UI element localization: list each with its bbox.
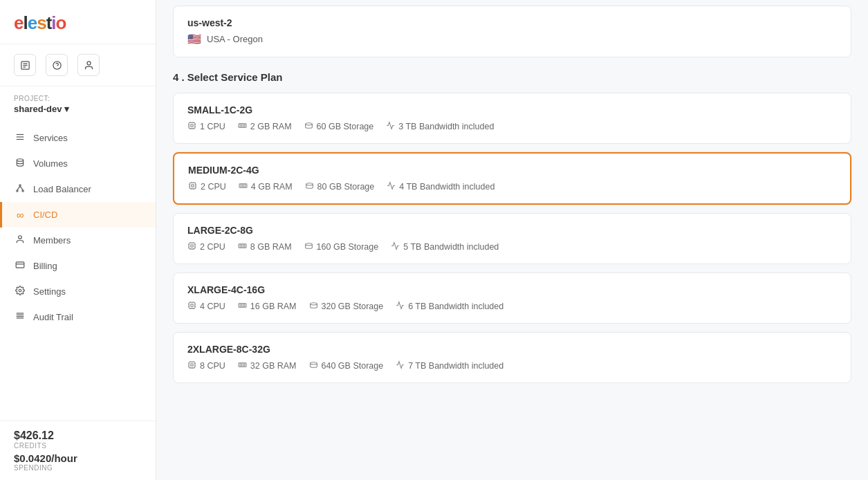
cpu-icon-m bbox=[188, 181, 197, 192]
ram-spec-large: 8 GB RAM bbox=[238, 241, 292, 252]
ram-icon-2xl bbox=[238, 360, 247, 371]
storage-icon-xl bbox=[309, 301, 318, 312]
storage-icon bbox=[304, 121, 313, 132]
plan-name-small: SMALL-1C-2G bbox=[187, 104, 837, 116]
svg-point-10 bbox=[17, 159, 23, 162]
profile-icon-button[interactable] bbox=[77, 54, 100, 76]
svg-rect-57 bbox=[191, 245, 193, 247]
svg-rect-24 bbox=[189, 122, 195, 129]
plan-card-medium[interactable]: MEDIUM-2C-4G 2 CPU bbox=[173, 152, 851, 205]
plan-name-xlarge: XLARGE-4C-16G bbox=[187, 284, 837, 295]
svg-rect-88 bbox=[189, 362, 195, 368]
members-icon bbox=[14, 234, 26, 246]
plan-card-2xlarge[interactable]: 2XLARGE-8C-32G 8 CPU bbox=[173, 332, 851, 383]
bandwidth-icon-l bbox=[391, 241, 400, 252]
ram-spec-2xlarge: 32 GB RAM bbox=[238, 360, 297, 371]
cpu-spec-large: 2 CPU bbox=[187, 241, 225, 252]
credits-amount: $426.12 bbox=[14, 430, 142, 442]
members-label: Members bbox=[33, 235, 71, 246]
bandwidth-spec-large: 5 TB Bandwidth included bbox=[391, 241, 499, 252]
plan-name-2xlarge: 2XLARGE-8C-32G bbox=[187, 344, 837, 355]
storage-spec-xlarge: 320 GB Storage bbox=[309, 301, 384, 312]
svg-point-11 bbox=[19, 185, 21, 186]
svg-line-15 bbox=[20, 186, 23, 190]
project-name-selector[interactable]: shared-dev ▾ bbox=[14, 104, 142, 114]
sidebar-item-audit-trail[interactable]: Audit Trail bbox=[0, 304, 156, 330]
bandwidth-spec-medium: 4 TB Bandwidth included bbox=[387, 181, 495, 192]
load-balancer-icon bbox=[14, 183, 26, 195]
ram-icon bbox=[238, 121, 247, 132]
svg-rect-72 bbox=[189, 302, 195, 308]
settings-icon bbox=[14, 286, 26, 297]
bandwidth-spec-small: 3 TB Bandwidth included bbox=[386, 121, 494, 132]
svg-point-39 bbox=[305, 123, 312, 125]
cpu-icon-xl bbox=[187, 301, 196, 312]
plan-specs-large: 2 CPU 8 GB RAM bbox=[187, 241, 837, 252]
region-location: 🇺🇸 USA - Oregon bbox=[187, 33, 837, 46]
section-title: 4 . Select Service Plan bbox=[173, 71, 851, 83]
project-label: PROJECT: bbox=[14, 95, 142, 102]
svg-point-87 bbox=[310, 303, 317, 305]
bandwidth-icon-xl bbox=[396, 301, 405, 312]
cpu-spec-small: 1 CPU bbox=[187, 121, 225, 132]
audit-trail-label: Audit Trail bbox=[33, 312, 73, 322]
chevron-down-icon: ▾ bbox=[64, 104, 69, 114]
sidebar-item-load-balancer[interactable]: Load Balancer bbox=[0, 176, 156, 202]
nav-menu: Services Volumes Load Balancer ∞ CI/CD bbox=[0, 120, 156, 421]
plan-card-small[interactable]: SMALL-1C-2G 1 CPU bbox=[173, 93, 851, 144]
region-location-text: USA - Oregon bbox=[207, 34, 263, 44]
sidebar-item-settings[interactable]: Settings bbox=[0, 279, 156, 304]
sidebar-footer: $426.12 CREDITS $0.0420/hour SPENDING bbox=[0, 421, 156, 480]
storage-icon-2xl bbox=[309, 360, 318, 371]
help-icon-button[interactable] bbox=[46, 54, 68, 76]
spending-amount: $0.0420/hour bbox=[14, 452, 142, 464]
sidebar-item-cicd[interactable]: ∞ CI/CD bbox=[0, 202, 156, 228]
ram-spec-medium: 4 GB RAM bbox=[239, 181, 293, 192]
bandwidth-icon bbox=[386, 121, 395, 132]
svg-rect-40 bbox=[190, 183, 196, 189]
services-label: Services bbox=[33, 133, 68, 143]
svg-point-55 bbox=[306, 183, 313, 185]
storage-icon-l bbox=[304, 241, 313, 252]
plan-card-xlarge[interactable]: XLARGE-4C-16G 4 CPU bbox=[173, 273, 851, 324]
cicd-label: CI/CD bbox=[33, 210, 57, 220]
plan-specs-2xlarge: 8 CPU 32 GB RAM bbox=[187, 360, 837, 371]
storage-icon-m bbox=[305, 181, 314, 192]
svg-rect-56 bbox=[189, 243, 195, 249]
bandwidth-spec-xlarge: 6 TB Bandwidth included bbox=[396, 301, 504, 312]
svg-point-13 bbox=[22, 190, 24, 192]
plan-card-large[interactable]: LARGE-2C-8G 2 CPU bbox=[173, 213, 851, 264]
sidebar-item-volumes[interactable]: Volumes bbox=[0, 151, 156, 176]
sidebar-icon-group bbox=[0, 44, 156, 86]
svg-rect-41 bbox=[192, 185, 194, 187]
sidebar-item-members[interactable]: Members bbox=[0, 228, 156, 253]
sidebar: elestio PROJECT: shared-dev ▾ bbox=[0, 0, 156, 480]
cicd-icon: ∞ bbox=[14, 209, 26, 221]
bandwidth-icon-2xl bbox=[396, 360, 405, 371]
region-code: us-west-2 bbox=[187, 17, 837, 28]
services-icon bbox=[14, 132, 26, 144]
svg-point-19 bbox=[19, 289, 21, 292]
ram-spec-small: 2 GB RAM bbox=[238, 121, 292, 132]
svg-rect-25 bbox=[191, 124, 193, 127]
logo: elestio bbox=[0, 0, 156, 44]
svg-point-6 bbox=[87, 61, 91, 64]
storage-spec-2xlarge: 640 GB Storage bbox=[309, 360, 384, 371]
bandwidth-spec-2xlarge: 7 TB Bandwidth included bbox=[396, 360, 504, 371]
plan-specs-medium: 2 CPU 4 GB RAM bbox=[188, 181, 836, 192]
main-content: us-west-2 🇺🇸 USA - Oregon 4 . Select Ser… bbox=[156, 0, 868, 480]
svg-line-14 bbox=[17, 186, 20, 190]
billing-icon bbox=[14, 260, 26, 272]
docs-icon-button[interactable] bbox=[14, 54, 36, 76]
ram-icon-l bbox=[238, 241, 247, 252]
volumes-label: Volumes bbox=[33, 158, 68, 169]
credits-label: CREDITS bbox=[14, 442, 142, 450]
audit-trail-icon bbox=[14, 311, 26, 323]
project-section: PROJECT: shared-dev ▾ bbox=[0, 86, 156, 120]
sidebar-item-services[interactable]: Services bbox=[0, 125, 156, 151]
sidebar-item-billing[interactable]: Billing bbox=[0, 253, 156, 279]
storage-spec-small: 60 GB Storage bbox=[304, 121, 374, 132]
svg-point-71 bbox=[305, 243, 312, 246]
spending-label: SPENDING bbox=[14, 464, 142, 472]
ram-spec-xlarge: 16 GB RAM bbox=[238, 301, 297, 312]
